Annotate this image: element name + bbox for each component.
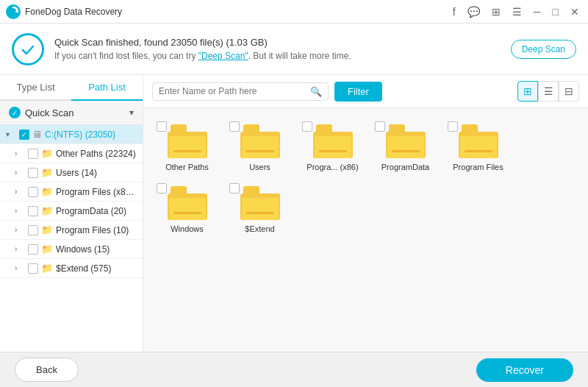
expand-arrow-icon[interactable]: ▾ xyxy=(6,130,16,138)
maximize-icon[interactable]: □ xyxy=(550,4,562,19)
tree-item-windows[interactable]: › 📁 Windows (15) xyxy=(0,240,143,259)
tree-checkbox[interactable] xyxy=(28,206,38,216)
tree-item-label: Other Paths (22324) xyxy=(56,149,138,159)
file-checkbox[interactable] xyxy=(448,121,458,132)
tab-path-list[interactable]: Path List xyxy=(71,75,143,101)
file-name: ProgramData xyxy=(375,163,436,171)
deep-scan-button[interactable]: Deep Scan xyxy=(511,40,576,59)
file-item-programfiles[interactable]: Program Files xyxy=(443,117,513,176)
file-checkbox[interactable] xyxy=(375,121,385,132)
scan-result-line1: Quick Scan finished, found 23050 file(s)… xyxy=(54,37,511,48)
folder-icon: 📁 xyxy=(41,224,53,235)
scan-label: Quick Scan xyxy=(25,107,74,118)
main-layout: Type List Path List ✓ Quick Scan ▾ ▾ ✓ 🖥… xyxy=(0,75,588,352)
app-logo xyxy=(6,4,21,19)
tree-checkbox[interactable] xyxy=(28,168,38,178)
folder-icon: 📁 xyxy=(41,263,53,274)
expand-arrow-icon[interactable]: › xyxy=(15,168,25,177)
scan-chevron-icon[interactable]: ▾ xyxy=(129,107,134,118)
expand-arrow-icon[interactable]: › xyxy=(15,264,25,272)
tree-item-users[interactable]: › 📁 Users (14) xyxy=(0,163,143,182)
scan-result-line2: If you can't find lost files, you can tr… xyxy=(54,51,511,61)
tree-checkbox[interactable] xyxy=(28,225,38,235)
back-button[interactable]: Back xyxy=(15,358,79,382)
file-checkbox[interactable] xyxy=(229,121,240,132)
scan-header: ✓ Quick Scan ▾ xyxy=(0,101,143,125)
folder-icon: 📁 xyxy=(41,244,53,255)
expand-arrow-icon[interactable]: › xyxy=(15,226,25,234)
folder-graphic xyxy=(168,186,207,220)
drive-icon: 🖥 xyxy=(32,129,42,140)
close-icon[interactable]: ✕ xyxy=(567,4,582,19)
file-name: $Extend xyxy=(229,224,290,233)
file-name: Progra... (x86) xyxy=(302,163,363,171)
expand-arrow-icon[interactable]: › xyxy=(15,188,25,196)
folder-icon: 📁 xyxy=(41,148,53,159)
tree-item-extend[interactable]: › 📁 $Extend (575) xyxy=(0,259,143,278)
expand-arrow-icon[interactable]: › xyxy=(15,149,25,157)
file-item-programdata[interactable]: ProgramData xyxy=(370,117,440,176)
folder-icon: 📁 xyxy=(41,205,53,216)
bottom-bar: Back Recover xyxy=(0,352,588,387)
content-toolbar: 🔍 Filter ⊞ ☰ ⊟ xyxy=(143,75,588,108)
folder-graphic xyxy=(240,124,280,158)
file-checkbox[interactable] xyxy=(229,183,240,194)
notification-text: Quick Scan finished, found 23050 file(s)… xyxy=(54,37,511,61)
folder-graphic xyxy=(168,124,207,158)
tree-list: ▾ ✓ 🖥 C:(NTFS) (23050) › 📁 Other Paths (… xyxy=(0,125,143,352)
minimize-icon[interactable]: ─ xyxy=(531,4,544,19)
notification-bar: Quick Scan finished, found 23050 file(s)… xyxy=(0,24,588,75)
folder-graphic xyxy=(386,124,426,158)
file-checkbox[interactable] xyxy=(157,121,167,132)
chat-icon[interactable]: 💬 xyxy=(465,4,483,19)
content-area: 🔍 Filter ⊞ ☰ ⊟ Other Paths xyxy=(143,75,588,352)
tree-checkbox[interactable] xyxy=(28,263,38,274)
scan-complete-icon xyxy=(12,33,44,65)
tab-type-list[interactable]: Type List xyxy=(0,75,71,101)
tree-item-programfilesx86[interactable]: › 📁 Program Files (x86) (9 xyxy=(0,182,143,202)
tree-checkbox[interactable]: ✓ xyxy=(19,129,29,140)
recover-button[interactable]: Recover xyxy=(476,358,573,382)
search-input[interactable] xyxy=(159,86,310,96)
file-item-programfilesx86[interactable]: Progra... (x86) xyxy=(298,117,368,176)
expand-arrow-icon[interactable]: › xyxy=(15,207,25,215)
sidebar: Type List Path List ✓ Quick Scan ▾ ▾ ✓ 🖥… xyxy=(0,75,143,352)
facebook-icon[interactable]: f xyxy=(450,4,459,19)
tab-bar: Type List Path List xyxy=(0,75,143,101)
line2-prefix: If you can't find lost files, you can tr… xyxy=(54,51,198,61)
file-item-extend[interactable]: $Extend xyxy=(225,179,295,238)
file-item-windows[interactable]: Windows xyxy=(152,179,222,238)
detail-view-button[interactable]: ⊟ xyxy=(559,81,579,102)
grid-view-button[interactable]: ⊞ xyxy=(517,81,538,102)
folder-graphic xyxy=(459,124,498,158)
search-box[interactable]: 🔍 xyxy=(152,82,329,101)
deep-scan-link[interactable]: "Deep Scan" xyxy=(198,51,248,61)
app-title: FoneDog Data Recovery xyxy=(25,7,450,17)
file-checkbox[interactable] xyxy=(302,121,312,132)
tree-item-label: Users (14) xyxy=(56,168,138,178)
filter-button[interactable]: Filter xyxy=(334,82,382,102)
tree-item-programdata[interactable]: › 📁 ProgramData (20) xyxy=(0,202,143,221)
grid-icon[interactable]: ⊞ xyxy=(489,4,503,19)
file-name: Windows xyxy=(157,224,218,233)
file-item-users[interactable]: Users xyxy=(225,117,295,176)
tree-item-otherpaths[interactable]: › 📁 Other Paths (22324) xyxy=(0,144,143,163)
file-checkbox[interactable] xyxy=(157,183,167,194)
menu-icon[interactable]: ☰ xyxy=(509,4,525,19)
tree-item-programfiles[interactable]: › 📁 Program Files (10) xyxy=(0,221,143,240)
tree-checkbox[interactable] xyxy=(28,244,38,255)
tree-item-root[interactable]: ▾ ✓ 🖥 C:(NTFS) (23050) xyxy=(0,125,143,144)
tree-checkbox[interactable] xyxy=(28,149,38,159)
tree-item-label: $Extend (575) xyxy=(56,263,138,274)
window-controls: f 💬 ⊞ ☰ ─ □ ✕ xyxy=(450,4,582,19)
folder-icon: 📁 xyxy=(41,186,53,197)
scan-check-icon: ✓ xyxy=(9,107,21,118)
folder-icon: 📁 xyxy=(41,167,53,178)
file-item-otherpaths[interactable]: Other Paths xyxy=(152,117,222,176)
tree-checkbox[interactable] xyxy=(28,187,38,197)
file-name: Other Paths xyxy=(157,163,218,171)
view-controls: ⊞ ☰ ⊟ xyxy=(517,81,579,102)
expand-arrow-icon[interactable]: › xyxy=(15,245,25,253)
list-view-button[interactable]: ☰ xyxy=(538,81,559,102)
folder-graphic xyxy=(240,186,280,220)
